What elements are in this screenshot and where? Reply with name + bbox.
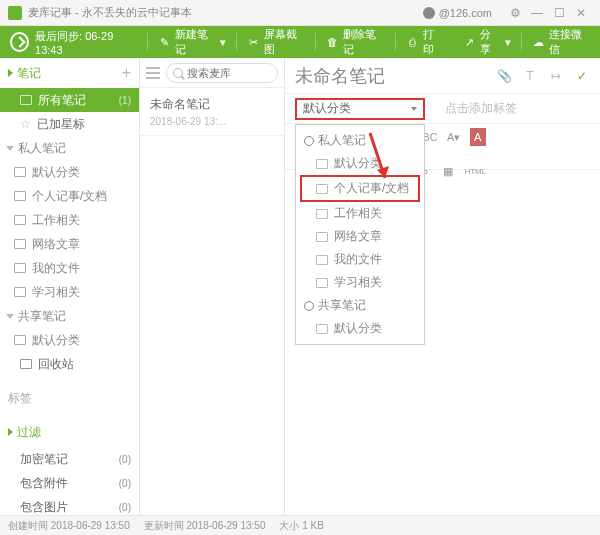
sidebar-item-web[interactable]: 网络文章	[0, 232, 139, 256]
folder-icon	[316, 184, 328, 194]
chevron-down-icon	[411, 107, 417, 111]
scissors-icon: ✂	[247, 35, 260, 49]
folder-icon	[20, 359, 32, 369]
wechat-icon: ☁	[532, 35, 545, 49]
folder-icon	[14, 215, 26, 225]
share-button[interactable]: ↗ 分享 ▾	[453, 26, 520, 58]
sidebar-item-default[interactable]: 默认分类	[0, 160, 139, 184]
app-icon	[8, 6, 22, 20]
user-email: @126.com	[439, 7, 492, 19]
star-icon: ☆	[20, 117, 31, 131]
tags-input[interactable]: 点击添加标签	[445, 100, 517, 117]
user-icon	[423, 7, 435, 19]
list-view-icon[interactable]	[146, 67, 160, 79]
sidebar-item-shared[interactable]: 共享笔记	[0, 304, 139, 328]
note-list-item[interactable]: 未命名笔记 2018-06-29 13:...	[140, 88, 284, 136]
sync-icon	[10, 32, 29, 52]
folder-icon	[316, 209, 328, 219]
sidebar-item-personal[interactable]: 个人记事/文档	[0, 184, 139, 208]
folder-icon	[316, 159, 328, 169]
filter-attachments[interactable]: 包含附件(0)	[0, 471, 139, 495]
print-button[interactable]: ⎙ 打印	[396, 26, 454, 58]
note-title-input[interactable]: 未命名笔记	[295, 64, 486, 88]
window-title: 麦库记事 - 永不丢失的云中记事本	[28, 5, 423, 20]
chevron-down-icon	[6, 146, 14, 151]
settings-button[interactable]: ⚙	[504, 5, 526, 21]
folder-icon	[14, 191, 26, 201]
bgcolor-button[interactable]: A	[470, 128, 486, 146]
note-list: 未命名笔记 2018-06-29 13:...	[140, 58, 285, 515]
status-bar: 创建时间 2018-06-29 13:50 更新时间 2018-06-29 13…	[0, 515, 600, 535]
users-icon	[304, 301, 314, 311]
screenshot-button[interactable]: ✂ 屏幕截图	[237, 26, 315, 58]
folder-icon	[14, 167, 26, 177]
save-icon[interactable]: ✓	[574, 68, 590, 84]
chevron-down-icon	[6, 314, 14, 319]
sidebar-item-private[interactable]: 私人笔记	[0, 136, 139, 160]
dropdown-item[interactable]: 默认分类	[296, 317, 424, 340]
folder-icon	[316, 255, 328, 265]
category-select[interactable]: 默认分类	[295, 98, 425, 120]
html-button[interactable]: HTML	[464, 162, 486, 180]
folder-icon	[316, 232, 328, 242]
new-note-button[interactable]: ✎ 新建笔记 ▾	[148, 26, 236, 58]
sidebar-item-study[interactable]: 学习相关	[0, 280, 139, 304]
table-button[interactable]: ▦	[440, 162, 456, 180]
category-dropdown: 私人笔记 默认分类 个人记事/文档 工作相关 网络文章 我的文件 学习相关 共享…	[295, 124, 425, 345]
file-size: 大小 1 KB	[279, 519, 323, 533]
dropdown-item[interactable]: 学习相关	[296, 271, 424, 294]
folder-icon	[14, 263, 26, 273]
sync-status[interactable]: 最后同步: 06-29 13:43	[0, 29, 147, 56]
folder-icon	[316, 278, 328, 288]
folder-icon	[316, 324, 328, 334]
filter-images[interactable]: 包含图片(0)	[0, 495, 139, 515]
attachment-icon[interactable]: 📎	[496, 68, 512, 84]
wechat-button[interactable]: ☁ 连接微信	[522, 26, 600, 58]
sidebar-item-files[interactable]: 我的文件	[0, 256, 139, 280]
sidebar-item-starred[interactable]: ☆ 已加星标	[0, 112, 139, 136]
color-button[interactable]: A▾	[446, 128, 462, 146]
share-icon: ↗	[463, 35, 476, 49]
dropdown-item[interactable]: 工作相关	[296, 202, 424, 225]
folder-icon	[20, 95, 32, 105]
created-time: 创建时间 2018-06-29 13:50	[8, 519, 130, 533]
note-title: 未命名笔记	[150, 96, 274, 113]
sidebar-item-work[interactable]: 工作相关	[0, 208, 139, 232]
delete-button[interactable]: 🗑 删除笔记	[316, 26, 394, 58]
note-date: 2018-06-29 13:...	[150, 116, 274, 127]
modified-time: 更新时间 2018-06-29 13:50	[144, 519, 266, 533]
sidebar-item-shared-default[interactable]: 默认分类	[0, 328, 139, 352]
user-info[interactable]: @126.com	[423, 7, 492, 19]
sidebar-filter-header[interactable]: 过滤	[0, 417, 139, 447]
search-icon	[173, 68, 183, 78]
close-button[interactable]: ✕	[570, 5, 592, 21]
annotation-arrow	[365, 128, 405, 188]
editor-pane: 未命名笔记 📎 T ↦ ✓ 默认分类 点击添加标签 ↶ ↷ B I U ABC …	[285, 58, 600, 515]
dropdown-item[interactable]: 我的文件	[296, 248, 424, 271]
sidebar-notes-header[interactable]: 笔记 +	[0, 58, 139, 88]
pencil-icon: ✎	[158, 35, 171, 49]
sidebar-item-all-notes[interactable]: 所有笔记 (1)	[0, 88, 139, 112]
sync-label: 最后同步: 06-29 13:43	[35, 29, 137, 56]
folder-icon	[14, 287, 26, 297]
text-icon[interactable]: T	[522, 68, 538, 84]
minimize-button[interactable]: —	[526, 5, 548, 21]
folder-icon	[14, 335, 26, 345]
dropdown-group-shared: 共享笔记	[296, 294, 424, 317]
sidebar-tags-header[interactable]: 标签	[0, 386, 139, 411]
search-box[interactable]	[166, 63, 278, 83]
sidebar-item-trash[interactable]: 回收站	[0, 352, 139, 376]
sidebar: 笔记 + 所有笔记 (1) ☆ 已加星标 私人笔记 默认分类 个人记事/文档 工…	[0, 58, 140, 515]
export-icon[interactable]: ↦	[548, 68, 564, 84]
folder-icon	[14, 239, 26, 249]
filter-encrypted[interactable]: 加密笔记(0)	[0, 447, 139, 471]
add-folder-button[interactable]: +	[122, 64, 131, 82]
search-input[interactable]	[187, 67, 267, 79]
maximize-button[interactable]: ☐	[548, 5, 570, 21]
trash-icon: 🗑	[326, 35, 339, 49]
expand-icon	[8, 428, 13, 436]
user-icon	[304, 136, 314, 146]
dropdown-item[interactable]: 网络文章	[296, 225, 424, 248]
print-icon: ⎙	[406, 35, 419, 49]
expand-icon	[8, 69, 13, 77]
